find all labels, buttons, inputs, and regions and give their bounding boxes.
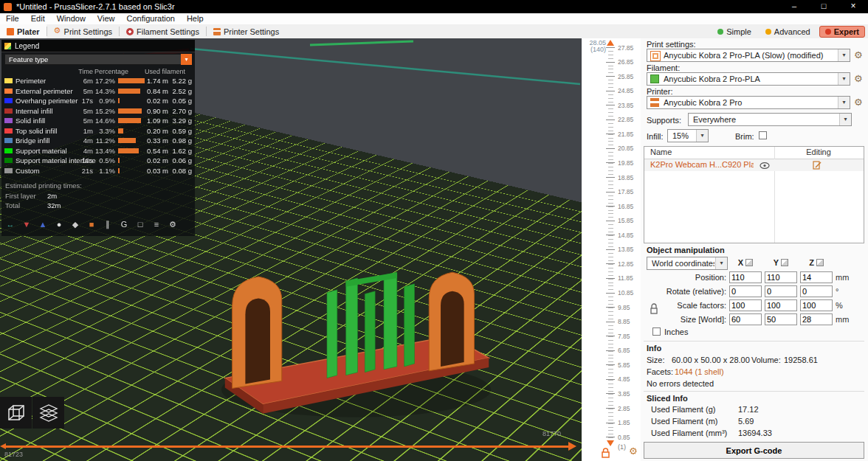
layer-tick bbox=[606, 263, 615, 264]
supports-combo[interactable]: Everywhere bbox=[688, 113, 852, 126]
menu-window[interactable]: Window bbox=[51, 13, 92, 24]
scale-z-input[interactable] bbox=[800, 299, 833, 311]
coordinates-combo[interactable]: World coordinates bbox=[647, 257, 728, 270]
deretractions-icon[interactable]: ▲ bbox=[37, 218, 49, 230]
feature-percentage-bar bbox=[118, 158, 120, 163]
legend-feature-row[interactable]: Overhang perimeter17s0.9%0.02 m0.05 g bbox=[1, 96, 195, 106]
dropdown-arrow-icon[interactable] bbox=[181, 54, 192, 65]
plater-icon bbox=[7, 28, 14, 35]
travel-icon[interactable]: ↔ bbox=[4, 218, 16, 230]
rotate-z-input[interactable] bbox=[800, 285, 833, 297]
mode-simple[interactable]: Simple bbox=[712, 27, 757, 37]
rotate-x-input[interactable] bbox=[729, 285, 762, 297]
size-z-input[interactable] bbox=[800, 313, 833, 325]
brim-checkbox[interactable] bbox=[759, 131, 767, 139]
menu-help[interactable]: Help bbox=[181, 13, 210, 24]
preview-view-button[interactable] bbox=[32, 397, 64, 429]
feature-name: Perimeter bbox=[16, 77, 46, 85]
menu-edit[interactable]: Edit bbox=[25, 13, 51, 24]
tab-print-settings[interactable]: Print Settings bbox=[47, 24, 119, 38]
legend-icon[interactable]: ≡ bbox=[151, 218, 162, 230]
filament-preset-icon bbox=[650, 74, 659, 83]
menu-configuration[interactable]: Configuration bbox=[120, 13, 180, 24]
export-gcode-button[interactable]: Export G-code bbox=[644, 442, 864, 459]
view-type-dropdown[interactable]: Feature type bbox=[4, 54, 192, 65]
legend-feature-row[interactable]: Perimeter6m17.2%1.74 m5.22 g bbox=[1, 76, 195, 86]
print-settings-combo[interactable]: Anycubic Kobra 2 Pro-PLA (Slow) (modifie… bbox=[647, 49, 850, 62]
legend-feature-row[interactable]: Custom21s1.1%0.03 m0.08 g bbox=[1, 166, 195, 176]
position-z-input[interactable] bbox=[800, 271, 833, 283]
feature-used-m: 1.09 m bbox=[140, 117, 168, 125]
mode-advanced[interactable]: Advanced bbox=[760, 27, 816, 37]
infill-combo[interactable]: 15% bbox=[667, 129, 709, 142]
layer-slider-track[interactable] bbox=[608, 47, 613, 440]
scale-x-input[interactable] bbox=[729, 299, 762, 311]
move-slider-left-handle[interactable] bbox=[0, 443, 6, 449]
retractions-icon[interactable]: ▼ bbox=[21, 218, 32, 230]
scale-y-input[interactable] bbox=[765, 299, 797, 311]
inches-checkbox[interactable] bbox=[652, 327, 661, 336]
tab-filament-settings[interactable]: Filament Settings bbox=[120, 24, 206, 38]
mode-expert[interactable]: Expert bbox=[819, 26, 865, 38]
filament-gear-icon[interactable] bbox=[854, 73, 863, 84]
tab-plater[interactable]: Plater bbox=[0, 24, 46, 38]
menu-file[interactable]: File bbox=[0, 13, 25, 24]
layer-slider-up-handle[interactable] bbox=[607, 40, 614, 46]
y-axis-icon[interactable] bbox=[781, 259, 788, 266]
feature-used-m: 0.54 m bbox=[140, 147, 168, 155]
layer-tick bbox=[606, 134, 615, 134]
3d-viewport[interactable]: Legend Feature type Time Percentage Used… bbox=[0, 38, 582, 461]
eye-icon[interactable] bbox=[760, 162, 770, 169]
color-changes-icon[interactable]: ■ bbox=[86, 218, 97, 230]
feature-percentage-bar bbox=[118, 98, 120, 103]
printer-combo[interactable]: Anycubic Kobra 2 Pro bbox=[647, 96, 850, 109]
legend-feature-row[interactable]: Internal infill5m15.2%0.90 m2.70 g bbox=[1, 106, 195, 117]
custom-gcodes-icon[interactable]: G bbox=[118, 218, 130, 230]
editor-view-button[interactable] bbox=[0, 397, 32, 429]
lock-icon[interactable] bbox=[601, 448, 610, 458]
move-slider-track[interactable] bbox=[6, 446, 568, 448]
tab-printer-settings[interactable]: Printer Settings bbox=[207, 24, 286, 38]
slider-settings-gear-icon[interactable] bbox=[629, 446, 638, 457]
legend-feature-row[interactable]: Support material4m13.4%0.54 m1.62 g bbox=[1, 146, 195, 156]
printer-gear-icon[interactable] bbox=[854, 97, 863, 108]
legend-feature-row[interactable]: External perimeter5m14.3%0.84 m2.52 g bbox=[1, 86, 195, 97]
layer-slider-down-handle[interactable] bbox=[607, 440, 614, 446]
feature-name: Overhang perimeter bbox=[16, 97, 78, 105]
size-x-input[interactable] bbox=[729, 313, 762, 325]
object-row[interactable]: K2Pro Webcam H...C920 Plate.stl bbox=[644, 159, 864, 171]
shells-icon[interactable]: □ bbox=[134, 218, 146, 230]
title-bar[interactable]: *Untitled - PrusaSlicer-2.7.1 based on S… bbox=[0, 0, 868, 13]
z-axis-icon[interactable] bbox=[816, 259, 824, 266]
maximize-button[interactable]: □ bbox=[809, 0, 838, 13]
axis-letter: Y bbox=[774, 258, 779, 267]
position-x-input[interactable] bbox=[729, 271, 762, 283]
layer-tick-label: 7.85 bbox=[618, 333, 630, 340]
legend-feature-row[interactable]: Support material interface10s0.5%0.02 m0… bbox=[1, 156, 195, 166]
move-slider-right-handle[interactable] bbox=[568, 442, 576, 451]
layer-tick bbox=[606, 379, 615, 380]
options-icon[interactable]: ⚙ bbox=[167, 218, 179, 230]
pause-prints-icon[interactable]: ∥ bbox=[102, 218, 114, 230]
x-axis-icon[interactable] bbox=[745, 259, 753, 266]
menu-view[interactable]: View bbox=[92, 13, 121, 24]
filament-combo[interactable]: Anycubic Kobra 2 Pro-PLA bbox=[647, 72, 850, 86]
model-object[interactable] bbox=[210, 236, 502, 446]
legend-feature-row[interactable]: Solid infill5m14.6%1.09 m3.29 g bbox=[1, 116, 195, 126]
printer-settings-icon bbox=[213, 28, 221, 35]
close-button[interactable]: × bbox=[838, 0, 868, 13]
seams-icon[interactable]: ● bbox=[53, 218, 65, 230]
position-y-input[interactable] bbox=[765, 271, 797, 283]
legend-feature-row[interactable]: Top solid infill1m3.3%0.20 m0.59 g bbox=[1, 126, 195, 136]
feature-percentage: 15.2% bbox=[93, 107, 115, 115]
size-y-input[interactable] bbox=[765, 313, 797, 325]
tool-changes-icon[interactable]: ◆ bbox=[69, 218, 81, 230]
rotate-y-input[interactable] bbox=[765, 285, 797, 297]
minimize-button[interactable]: – bbox=[779, 0, 809, 13]
legend-feature-row[interactable]: Bridge infill4m11.2%0.33 m0.98 g bbox=[1, 136, 195, 146]
object-manipulation-title: Object manipulation bbox=[647, 246, 725, 254]
object-editing-icon[interactable] bbox=[813, 161, 822, 170]
move-slider-min-value: 81723 bbox=[4, 451, 23, 458]
print-settings-gear-icon[interactable] bbox=[854, 49, 863, 60]
size-unit: mm bbox=[836, 315, 849, 324]
